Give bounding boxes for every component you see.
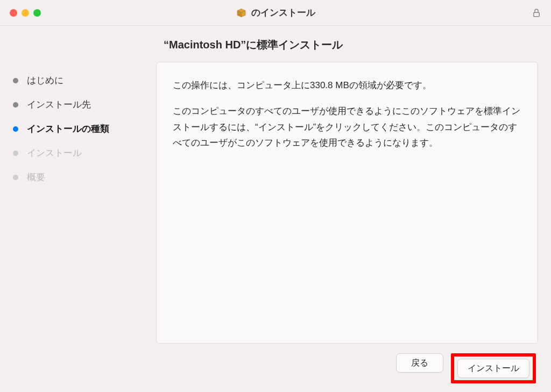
- titlebar: のインストール: [0, 0, 551, 26]
- button-row: 戻る インストール: [156, 353, 538, 383]
- step-installation-type: インストールの種類: [13, 123, 143, 135]
- install-size-text: この操作には、コンピュータ上に330.8 MBの領域が必要です。: [173, 77, 521, 94]
- step-dot-icon: [13, 78, 18, 83]
- step-label: インストール先: [27, 98, 91, 111]
- lock-icon[interactable]: [532, 8, 541, 18]
- step-dot-icon: [13, 175, 18, 180]
- step-label: 概要: [27, 171, 45, 183]
- back-button[interactable]: 戻る: [396, 353, 443, 373]
- content-panel: この操作には、コンピュータ上に330.8 MBの領域が必要です。 このコンピュー…: [156, 62, 538, 344]
- window-controls: [10, 9, 41, 17]
- package-icon: [236, 8, 247, 18]
- step-destination: インストール先: [13, 98, 143, 111]
- step-dot-icon: [13, 151, 18, 156]
- window-title-text: のインストール: [251, 6, 315, 19]
- step-label: インストールの種類: [27, 123, 109, 135]
- svg-rect-0: [534, 12, 540, 17]
- step-install: インストール: [13, 147, 143, 159]
- sidebar: はじめに インストール先 インストールの種類 インストール 概要: [0, 26, 156, 392]
- step-intro: はじめに: [13, 74, 143, 87]
- step-label: はじめに: [27, 74, 63, 87]
- window-title: のインストール: [236, 6, 315, 19]
- zoom-window-button[interactable]: [33, 9, 41, 17]
- minimize-window-button[interactable]: [22, 9, 29, 17]
- page-title: “Macintosh HD”に標準インストール: [164, 38, 538, 52]
- step-label: インストール: [27, 147, 82, 159]
- close-window-button[interactable]: [10, 9, 17, 17]
- install-button[interactable]: インストール: [457, 359, 529, 378]
- highlight-annotation: インストール: [451, 353, 536, 383]
- step-dot-icon: [13, 126, 18, 132]
- step-summary: 概要: [13, 171, 143, 183]
- main-column: “Macintosh HD”に標準インストール この操作には、コンピュータ上に3…: [156, 26, 551, 392]
- step-dot-icon: [13, 102, 18, 108]
- install-description-text: このコンピュータのすべてのユーザが使用できるようにこのソフトウェアを標準インスト…: [173, 103, 521, 151]
- body-area: はじめに インストール先 インストールの種類 インストール 概要 “Macint…: [0, 26, 551, 392]
